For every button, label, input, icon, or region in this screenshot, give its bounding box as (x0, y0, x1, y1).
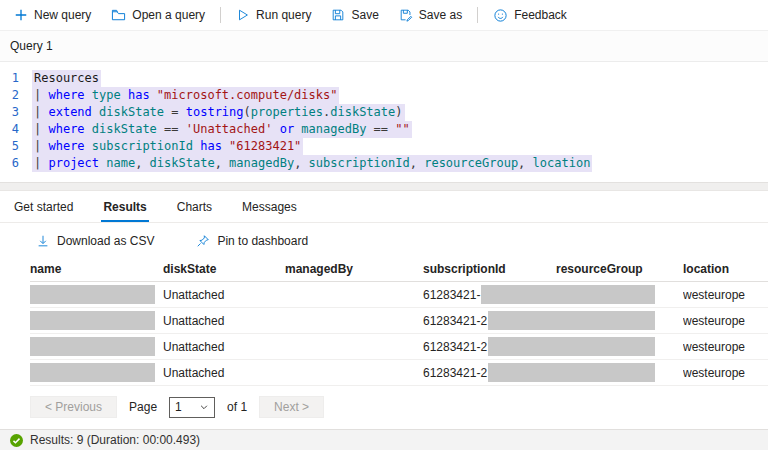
pagination: < Previous Page 1 of 1 Next > (30, 396, 768, 418)
page-of-label: of 1 (227, 400, 247, 414)
toolbar-separator (220, 7, 221, 23)
redacted-subscriptionid-value (488, 363, 556, 382)
cell-subscriptionid: 61283421-2 (423, 363, 556, 382)
cell-resourcegroup (556, 285, 683, 304)
column-header-diskstate[interactable]: diskState (163, 262, 285, 276)
cell-subscriptionid: 61283421-2 (423, 311, 556, 330)
toolbar-item-label: Run query (256, 8, 311, 22)
redacted-name-value (30, 337, 155, 356)
toolbar-item-label: Open a query (132, 8, 205, 22)
query-editor[interactable]: 1Resources2| where type has "microsoft.c… (0, 62, 768, 182)
tab-messages[interactable]: Messages (240, 191, 299, 222)
table-row[interactable]: Unattached61283421-2westeurope (30, 334, 768, 360)
save-as-button[interactable]: Save as (389, 0, 472, 30)
download-as-csv-button[interactable]: Download as CSV (30, 233, 160, 249)
redacted-name-value (30, 363, 155, 382)
cell-resourcegroup (556, 363, 683, 382)
subscriptionid-prefix: 61283421- (423, 288, 480, 302)
table-header-row: namediskStatemanagedBysubscriptionIdreso… (30, 257, 768, 282)
redacted-subscriptionid-value (481, 285, 556, 304)
redacted-resourcegroup-value (556, 311, 655, 330)
column-header-resourcegroup[interactable]: resourceGroup (556, 262, 683, 276)
results-table: namediskStatemanagedBysubscriptionIdreso… (30, 257, 768, 386)
tab-charts[interactable]: Charts (175, 191, 214, 222)
redacted-resourcegroup-value (556, 285, 655, 304)
redacted-resourcegroup-value (556, 337, 655, 356)
code-text: | where diskState == 'Unattached' or man… (32, 121, 412, 138)
plus-icon (14, 8, 28, 22)
status-text: Results: 9 (Duration: 00:00.493) (30, 433, 200, 447)
new-query-button[interactable]: New query (4, 0, 101, 30)
cell-diskstate: Unattached (163, 366, 285, 380)
run-query-button[interactable]: Run query (226, 0, 321, 30)
chevron-down-icon (199, 402, 209, 412)
column-header-location[interactable]: location (683, 262, 768, 276)
save-icon (331, 8, 345, 22)
cell-name (30, 311, 163, 330)
subscriptionid-prefix: 61283421-2 (423, 314, 487, 328)
page-select[interactable]: 1 (169, 397, 215, 418)
cell-name (30, 285, 163, 304)
redacted-resourcegroup-value (556, 363, 655, 382)
query-tab[interactable]: Query 1 (10, 39, 53, 53)
cell-location: westeurope (683, 288, 768, 302)
tab-results[interactable]: Results (101, 191, 148, 222)
results-toolbar: Download as CSVPin to dashboard (0, 223, 768, 257)
redacted-subscriptionid-value (488, 337, 556, 356)
cell-name (30, 337, 163, 356)
code-text: | project name, diskState, managedBy, su… (32, 155, 592, 172)
code-line[interactable]: 4| where diskState == 'Unattached' or ma… (0, 121, 768, 138)
code-line[interactable]: 1Resources (0, 70, 768, 87)
column-header-managedby[interactable]: managedBy (285, 262, 423, 276)
code-text: | extend diskState = tostring(properties… (32, 104, 405, 121)
toolbar-separator (477, 7, 478, 23)
next-page-button[interactable]: Next > (259, 396, 324, 418)
table-row[interactable]: Unattached61283421-westeurope (30, 282, 768, 308)
cell-subscriptionid: 61283421-2 (423, 337, 556, 356)
cell-resourcegroup (556, 337, 683, 356)
open-query-button[interactable]: Open a query (101, 0, 215, 30)
line-number: 2 (0, 87, 32, 104)
table-row[interactable]: Unattached61283421-2westeurope (30, 360, 768, 386)
column-header-subscriptionid[interactable]: subscriptionId (423, 262, 556, 276)
code-text: | where type has "microsoft.compute/disk… (32, 87, 339, 104)
code-line[interactable]: 2| where type has "microsoft.compute/dis… (0, 87, 768, 104)
panel-divider[interactable] (0, 182, 768, 191)
line-number: 1 (0, 70, 32, 87)
feedback-icon (493, 8, 508, 23)
code-line[interactable]: 6| project name, diskState, managedBy, s… (0, 155, 768, 172)
query-tab-bar: Query 1 (0, 31, 768, 62)
cell-diskstate: Unattached (163, 288, 285, 302)
pin-to-dashboard-button[interactable]: Pin to dashboard (190, 233, 314, 249)
save-as-icon (399, 8, 413, 22)
column-header-name[interactable]: name (30, 262, 163, 276)
redacted-name-value (30, 311, 155, 330)
toolbar-item-label: Save (351, 8, 378, 22)
play-icon (236, 8, 250, 22)
save-button[interactable]: Save (321, 0, 388, 30)
toolbar-item-label: Save as (419, 8, 462, 22)
pin-icon (196, 234, 210, 248)
resource-graph-explorer: New queryOpen a queryRun querySaveSave a… (0, 0, 768, 450)
subscriptionid-prefix: 61283421-2 (423, 366, 487, 380)
code-line[interactable]: 3| extend diskState = tostring(propertie… (0, 104, 768, 121)
status-bar: Results: 9 (Duration: 00:00.493) (0, 429, 768, 450)
action-label: Download as CSV (57, 234, 154, 248)
top-toolbar: New queryOpen a queryRun querySaveSave a… (0, 0, 768, 31)
cell-location: westeurope (683, 366, 768, 380)
download-icon (36, 234, 50, 248)
code-text: Resources (32, 70, 101, 87)
tab-get-started[interactable]: Get started (12, 191, 75, 222)
redacted-name-value (30, 285, 155, 304)
toolbar-item-label: New query (34, 8, 91, 22)
previous-page-button[interactable]: < Previous (30, 396, 117, 418)
cell-diskstate: Unattached (163, 314, 285, 328)
redacted-subscriptionid-value (488, 311, 556, 330)
table-row[interactable]: Unattached61283421-2westeurope (30, 308, 768, 334)
page-select-value: 1 (175, 400, 182, 414)
cell-location: westeurope (683, 340, 768, 354)
feedback-button[interactable]: Feedback (483, 0, 577, 30)
folder-icon (111, 8, 126, 23)
code-line[interactable]: 5| where subscriptionId has "61283421" (0, 138, 768, 155)
cell-resourcegroup (556, 311, 683, 330)
